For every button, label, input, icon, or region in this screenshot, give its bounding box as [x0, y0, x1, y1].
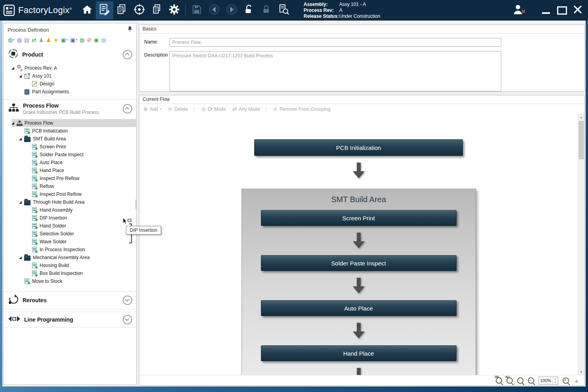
tree-item-part-assignments[interactable]: Part Assignments [4, 88, 136, 96]
collapse-product-button[interactable] [123, 50, 132, 59]
tree-expander-icon[interactable]: ◢ [19, 137, 24, 141]
section-header-reroutes[interactable]: Reroutes [4, 291, 136, 309]
tree-item-in-process-inspection[interactable]: In Process Inspection [4, 246, 136, 254]
zoom-fit-button[interactable] [573, 377, 580, 384]
logout-button[interactable] [510, 1, 528, 19]
process-definition-button[interactable] [96, 1, 113, 19]
settings-button[interactable] [166, 1, 183, 19]
zoom-level-spinner[interactable]: ▲▼ [539, 377, 558, 384]
flow-vertical-scrollbar[interactable]: ▲ ▼ [578, 114, 584, 375]
tree-item-process-flow[interactable]: ◢Process Flow [4, 119, 136, 127]
tree-item-mechanical-assembly-area[interactable]: ◢Mechanical Assembly Area [4, 254, 136, 261]
tree-item-box-build-inspection[interactable]: Box Build Inspection [4, 269, 136, 277]
sync-button[interactable] [131, 1, 148, 19]
zoom-region-button[interactable]: ▫ [517, 377, 523, 384]
unrelease-icon[interactable]: ⊘ [86, 36, 93, 44]
scroll-up-button[interactable]: ▲ [578, 114, 584, 120]
expand-reroutes-button[interactable] [123, 295, 132, 305]
forward-button[interactable] [223, 1, 240, 19]
zoom-in-button[interactable]: + [563, 377, 569, 384]
add-button[interactable]: ⊕Add▾ [143, 106, 162, 112]
section-header-process-flow[interactable]: Process Flow Drake Industries PCB Build … [4, 99, 136, 118]
maximize-button[interactable] [554, 1, 570, 19]
tree-expander-icon[interactable]: ◢ [19, 200, 24, 204]
collapse-process-flow-button[interactable] [123, 104, 132, 114]
zoom-decrement-button[interactable]: ▼ [553, 381, 558, 384]
zoom-level-input[interactable] [539, 377, 552, 384]
expand-line-programming-button[interactable] [123, 315, 132, 324]
zoom-all-button[interactable]: ALL [506, 377, 513, 384]
section-header-product[interactable]: Product [4, 46, 136, 63]
back-button[interactable] [206, 1, 223, 19]
app-logo-icon [3, 4, 15, 16]
remove-from-grouping-button[interactable]: ⊘Remove From Grouping [273, 106, 331, 112]
tree-item-wave-solder[interactable]: Wave Solder [4, 238, 136, 246]
sync-icon [133, 4, 145, 17]
tree-expander-icon[interactable]: ◢ [19, 256, 24, 259]
flow-step-hand-place[interactable]: Hand Place [261, 345, 457, 361]
save-button[interactable] [188, 1, 206, 19]
tree-item-inspect-post-reflow[interactable]: Inspect Post Reflow [4, 190, 136, 198]
print-icon[interactable]: ▤ [23, 36, 30, 44]
name-input[interactable] [169, 38, 501, 47]
export-package-icon[interactable]: ▣▾ [60, 36, 69, 44]
reports-button[interactable] [148, 1, 166, 19]
tree-item-assy-101[interactable]: ◢Assy 101 [4, 72, 136, 80]
zoom-100-button[interactable]: 100 [496, 377, 502, 384]
new-revision-icon[interactable]: ★ [52, 36, 60, 44]
scroll-down-button[interactable]: ▼ [578, 369, 584, 375]
flow-step-pcb-initialization[interactable]: PCB Initialization [254, 139, 463, 156]
tree-item-housing-build[interactable]: Housing Build [4, 261, 136, 269]
user-gold-icon[interactable]: ♟ [45, 36, 52, 44]
tree-item-smt-build-area[interactable]: ◢SMT Build Area [4, 135, 136, 143]
flow-group-smt-build-area[interactable]: SMT Build AreaScreen PrintSolder Paste I… [242, 189, 476, 375]
tree-item-design[interactable]: Design [4, 80, 136, 88]
zoom-out-button[interactable]: − [528, 377, 534, 384]
home-button[interactable] [78, 1, 96, 19]
tree-item-selective-solder[interactable]: Selective Solder [4, 230, 136, 238]
tree-item-label: SMT Build Area [33, 136, 66, 142]
tree-item-reflow[interactable]: Reflow [4, 182, 136, 190]
description-input[interactable]: Pressure Switch DAA-U217-1202 Build Proc… [169, 51, 501, 91]
transfer-icon[interactable]: ⇄ [30, 36, 38, 44]
tree-expander-icon[interactable]: ◢ [19, 74, 24, 78]
flow-canvas[interactable]: PCB InitializationSMT Build AreaScreen P… [139, 114, 584, 375]
scrollbar-thumb[interactable] [579, 121, 584, 159]
minimize-button[interactable] [538, 1, 554, 19]
status-icon[interactable]: ◎ [100, 36, 107, 44]
publish-icon[interactable]: ◍ [78, 36, 86, 44]
close-button[interactable] [570, 1, 586, 19]
tree-expander-icon[interactable]: ◢ [11, 66, 17, 70]
tree-item-hand-solder[interactable]: Hand Solder [4, 222, 136, 230]
pin-button[interactable] [127, 26, 132, 34]
tree-item-move-to-stock[interactable]: Move to Stock [4, 277, 136, 285]
tree-item-process-rev-a[interactable]: ◢Process Rev: A [4, 64, 136, 72]
lock-button[interactable] [258, 1, 275, 19]
tree-item-through-hole-build-area[interactable]: ◢Through Hole Build Area [4, 198, 136, 206]
user-gray-icon[interactable]: ♟ [38, 36, 45, 44]
any-mode-button[interactable]: ⇄Any Mode [232, 106, 260, 112]
audit-search-button[interactable] [275, 1, 293, 19]
publish-globe-icon[interactable]: ◍▾ [7, 36, 16, 44]
tree-item-inspect-pre-reflow[interactable]: Inspect Pre Reflow [4, 174, 136, 182]
flow-step-screen-print[interactable]: Screen Print [261, 210, 457, 226]
unlock-button[interactable] [240, 1, 258, 19]
import-package-icon[interactable]: ▣▾ [69, 36, 78, 44]
tree-item-auto-place[interactable]: Auto Place [4, 159, 136, 167]
tree-expander-icon[interactable]: ◢ [11, 121, 17, 125]
section-header-line-programming[interactable]: Line Programming [4, 312, 136, 328]
tree-item-hand-assembly[interactable]: Hand Assembly [4, 206, 136, 214]
tree-item-hand-place[interactable]: Hand Place [4, 167, 136, 174]
flow-step-auto-place[interactable]: Auto Place [261, 300, 457, 316]
release-icon[interactable]: ◉ [93, 36, 100, 44]
tree-item-screen-print[interactable]: Screen Print [4, 143, 136, 151]
delete-button[interactable]: ⊖Delete [168, 106, 188, 112]
zoom-increment-button[interactable]: ▲ [553, 377, 558, 381]
tree-item-pcb-initialization[interactable]: PCB Initialization [4, 127, 136, 135]
flow-step-solder-paste-inspect[interactable]: Solder Paste Inspect [261, 255, 457, 271]
tree-item-dip-insertion[interactable]: DIP Insertion [4, 214, 136, 222]
tree-item-solder-paste-inspect[interactable]: Solder Paste Inspect [4, 151, 136, 159]
wip-documents-button[interactable] [113, 1, 131, 19]
or-mode-button[interactable]: ◎Or Mode [201, 106, 226, 112]
web-link-icon[interactable]: ◍ [16, 36, 23, 44]
